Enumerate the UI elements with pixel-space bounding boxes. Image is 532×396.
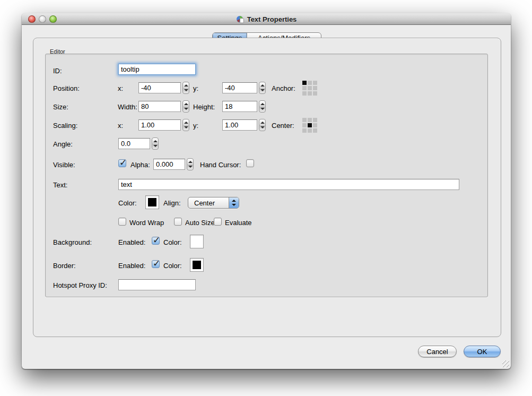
evaluate-label: Evaluate — [225, 219, 252, 227]
position-x-label: x: — [118, 84, 123, 92]
grid-cell[interactable] — [302, 86, 307, 90]
angle-label: Angle: — [53, 140, 73, 148]
align-popup-value: Center — [194, 199, 215, 207]
background-enabled-checkbox[interactable] — [152, 237, 160, 245]
cancel-button[interactable]: Cancel — [418, 346, 457, 357]
hand-cursor-checkbox[interactable] — [246, 159, 254, 167]
hand-cursor-label: Hand Cursor: — [200, 161, 241, 169]
grid-cell-selected[interactable] — [302, 81, 307, 85]
text-input[interactable] — [118, 179, 459, 190]
border-color-label: Color: — [163, 262, 182, 270]
grid-cell[interactable] — [313, 91, 317, 96]
scaling-y-input[interactable] — [222, 119, 257, 131]
background-enabled-label: Enabled: — [118, 238, 145, 246]
id-label: ID: — [53, 67, 62, 75]
grid-cell[interactable] — [308, 118, 312, 122]
center-grid[interactable] — [302, 118, 317, 133]
hotspot-proxy-id-input[interactable] — [118, 279, 196, 290]
grid-cell[interactable] — [313, 123, 317, 127]
width-stepper[interactable] — [182, 100, 189, 113]
scaling-x-input[interactable] — [138, 119, 181, 131]
text-label: Text: — [53, 181, 67, 189]
word-wrap-checkbox[interactable] — [118, 218, 126, 226]
background-label: Background: — [53, 238, 92, 246]
grid-cell[interactable] — [313, 86, 317, 90]
grid-cell[interactable] — [308, 81, 312, 85]
anchor-label: Anchor: — [272, 84, 295, 92]
border-enabled-label: Enabled: — [118, 262, 145, 270]
position-y-input[interactable] — [222, 82, 257, 93]
scaling-label: Scaling: — [53, 122, 77, 130]
grid-cell[interactable] — [313, 81, 317, 85]
visible-checkbox[interactable] — [118, 159, 126, 167]
auto-size-checkbox[interactable] — [174, 218, 182, 226]
resize-grip-icon[interactable] — [502, 360, 509, 367]
size-label: Size: — [53, 103, 68, 111]
border-color-chip — [193, 261, 201, 269]
scaling-x-stepper[interactable] — [182, 119, 189, 131]
text-color-well[interactable] — [145, 195, 159, 209]
grid-cell[interactable] — [313, 128, 317, 133]
background-color-chip — [193, 237, 201, 246]
text-color-chip — [148, 198, 156, 206]
text-properties-window: Text Properties Settings Actions/Modifie… — [22, 13, 511, 369]
scaling-y-stepper[interactable] — [259, 119, 266, 131]
window-title: Text Properties — [247, 15, 297, 23]
grid-cell[interactable] — [302, 123, 307, 127]
position-y-label: y: — [193, 84, 198, 92]
grid-cell[interactable] — [302, 118, 307, 122]
align-label: Align: — [163, 199, 181, 207]
height-input[interactable] — [222, 101, 257, 112]
auto-size-label: Auto Size — [185, 219, 215, 227]
word-wrap-label: Word Wrap — [129, 219, 164, 227]
app-icon — [236, 15, 245, 23]
height-label: Height: — [193, 103, 215, 111]
height-stepper[interactable] — [259, 100, 266, 113]
angle-input[interactable] — [118, 138, 150, 149]
visible-label: Visible: — [53, 161, 75, 169]
grid-cell[interactable] — [302, 91, 307, 96]
position-x-input[interactable] — [138, 82, 181, 93]
border-label: Border: — [53, 262, 76, 270]
scaling-y-label: y: — [193, 122, 198, 130]
grid-cell[interactable] — [308, 128, 312, 133]
border-enabled-checkbox[interactable] — [152, 260, 160, 268]
id-input[interactable] — [118, 64, 196, 75]
scaling-x-label: x: — [118, 122, 123, 130]
background-color-label: Color: — [163, 238, 182, 246]
width-label: Width: — [118, 103, 137, 111]
editor-group-box: ID: Position: x: y: Anchor: Size: Width:… — [45, 54, 488, 297]
evaluate-checkbox[interactable] — [214, 218, 222, 226]
grid-cell-selected[interactable] — [308, 123, 312, 127]
position-x-stepper[interactable] — [182, 82, 189, 94]
align-popup[interactable]: Center — [188, 197, 239, 209]
alpha-stepper[interactable] — [187, 158, 194, 170]
position-label: Position: — [53, 84, 80, 92]
background-color-well[interactable] — [190, 235, 204, 248]
center-label: Center: — [272, 122, 294, 130]
grid-cell[interactable] — [308, 91, 312, 96]
anchor-grid[interactable] — [302, 81, 317, 96]
angle-stepper[interactable] — [152, 137, 159, 150]
hotspot-proxy-id-label: Hotspot Proxy ID: — [53, 281, 107, 289]
alpha-input[interactable] — [153, 159, 185, 170]
title-bar[interactable]: Text Properties — [22, 13, 511, 25]
position-y-stepper[interactable] — [259, 82, 266, 94]
border-color-well[interactable] — [190, 258, 204, 272]
alpha-label: Alpha: — [130, 161, 150, 169]
popup-arrows-icon — [229, 197, 239, 208]
grid-cell[interactable] — [313, 118, 317, 122]
grid-cell[interactable] — [308, 86, 312, 90]
grid-cell[interactable] — [302, 128, 307, 133]
text-color-label: Color: — [118, 199, 137, 207]
width-input[interactable] — [138, 101, 181, 112]
ok-button[interactable]: OK — [464, 346, 501, 357]
